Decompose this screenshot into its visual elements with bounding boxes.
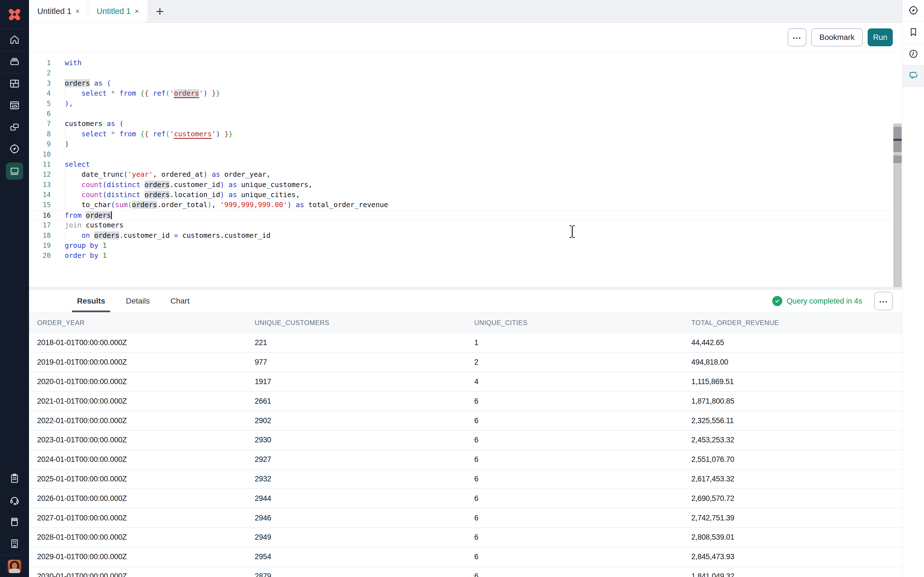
code-line-15[interactable]: 15 to_char(sum(orders.order_total), '999… [29,200,902,210]
table-cell: 2,551,076.70 [691,455,902,464]
bookmark-button[interactable]: Bookmark [811,29,863,46]
sidebar-item-home[interactable] [0,29,29,51]
table-header-row: ORDER_YEARUNIQUE_CUSTOMERSUNIQUE_CITIEST… [29,312,902,334]
table-cell: 1,871,800.85 [691,397,902,406]
code-line-3[interactable]: 3orders as ( [29,78,902,89]
sidebar-item-projects-drawer[interactable] [0,51,29,73]
table-cell: 2030-01-01T00:00:00.000Z [37,572,255,577]
run-button[interactable]: Run [867,29,893,46]
line-number: 9 [29,139,51,149]
sidebar-item-support-headset[interactable] [0,490,29,511]
table-row[interactable]: 2026-01-01T00:00:00.000Z294462,690,570.7… [29,489,902,508]
table-row[interactable]: 2029-01-01T00:00:00.000Z295462,845,473.9… [29,548,902,567]
sql-editor[interactable]: 1with23orders as (4 select * from {{ ref… [29,52,902,287]
tab-untitled-2[interactable]: Untitled 1 × [88,0,147,23]
code-line-4[interactable]: 4 select * from {{ ref('orders') }} [29,89,902,98]
table-cell: 6 [474,397,691,406]
table-cell: 2,845,473.93 [691,553,902,561]
table-cell: 6 [474,416,691,425]
code-line-6[interactable]: 6 [29,109,902,119]
sidebar-item-apps-windows[interactable] [0,117,29,139]
table-cell: 6 [474,494,691,503]
table-row[interactable]: 2020-01-01T00:00:00.000Z191741,115,869.5… [29,372,902,392]
table-cell: 2019-01-01T00:00:00.000Z [37,358,255,367]
results-more-button[interactable]: ... [874,292,893,310]
code-line-12[interactable]: 12 date_trunc('year', ordered_at) as ord… [29,169,902,179]
column-header[interactable]: ORDER_YEAR [37,319,255,327]
close-icon[interactable]: × [135,7,139,16]
tab-results[interactable]: Results [76,290,106,312]
table-row[interactable]: 2024-01-01T00:00:00.000Z292762,551,076.7… [29,450,902,470]
code-content: to_char(sum(orders.order_total), '999,99… [51,200,388,210]
table-cell: 2949 [255,533,474,542]
code-line-16[interactable]: 16from orders [29,210,902,220]
table-cell: 6 [474,553,691,561]
line-number: 1 [29,58,51,68]
code-line-13[interactable]: 13 count(distinct orders.customer_id) as… [29,180,902,190]
user-avatar[interactable] [8,560,21,573]
table-cell: 1917 [255,377,474,386]
line-number: 12 [29,169,51,179]
explore-compass-icon [908,5,919,17]
table-row[interactable]: 2021-01-01T00:00:00.000Z266161,871,800.8… [29,392,902,411]
right-sidebar-item-explore-compass[interactable] [903,0,924,22]
table-row[interactable]: 2025-01-01T00:00:00.000Z293262,617,453.3… [29,470,902,489]
column-header[interactable]: UNIQUE_CUSTOMERS [255,319,474,327]
table-cell: 2954 [255,553,474,561]
code-line-11[interactable]: 11select [29,160,902,169]
apps-windows-icon [9,121,20,134]
sidebar-item-notebook-active[interactable] [0,160,29,182]
code-line-14[interactable]: 14 count(distinct orders.location_id) as… [29,190,902,200]
code-line-2[interactable]: 2 [29,68,902,78]
table-cell: 2026-01-01T00:00:00.000Z [37,494,255,503]
code-line-5[interactable]: 5), [29,99,902,109]
sidebar-item-org-building[interactable] [0,533,29,555]
panel-resize-divider[interactable] [29,287,902,290]
sidebar-item-code-window[interactable] [0,95,29,117]
table-row[interactable]: 2028-01-01T00:00:00.000Z294962,808,539.0… [29,528,902,548]
table-cell: 4 [474,377,691,386]
code-line-7[interactable]: 7customers as ( [29,119,902,129]
table-cell: 1 [474,338,691,347]
query-status-text: Query completed in 4s [787,297,862,306]
sidebar-item-clipboard[interactable] [0,468,29,490]
table-row[interactable]: 2022-01-01T00:00:00.000Z290262,325,556.1… [29,411,902,431]
right-sidebar-item-bookmark[interactable] [903,22,924,44]
tab-chart[interactable]: Chart [170,290,191,312]
table-row[interactable]: 2018-01-01T00:00:00.000Z221144,442.65 [29,334,902,353]
more-options-button[interactable]: ... [788,29,806,46]
right-sidebar-item-ai-chat-sparkle[interactable] [903,65,924,87]
code-line-9[interactable]: 9) [29,139,902,149]
sidebar-item-dashboard-grid[interactable] [0,73,29,95]
table-row[interactable]: 2019-01-01T00:00:00.000Z9772494,818.00 [29,353,902,372]
mouse-ibeam-cursor [569,225,576,239]
clipboard-icon [9,473,20,485]
table-row[interactable]: 2023-01-01T00:00:00.000Z293062,453,253.3… [29,431,902,450]
column-header[interactable]: TOTAL_ORDER_REVENUE [691,319,902,327]
tab-untitled-1[interactable]: Untitled 1 × [29,0,88,23]
line-number: 6 [29,109,51,119]
table-cell: 6 [474,533,691,542]
close-icon[interactable]: × [75,7,79,16]
code-line-10[interactable]: 10 [29,150,902,160]
line-number: 3 [29,78,51,89]
tab-details[interactable]: Details [125,290,151,312]
code-line-8[interactable]: 8 select * from {{ ref('customers') }} [29,129,902,139]
line-number: 20 [29,251,51,261]
editor-scrollbar[interactable] [893,124,902,287]
table-row[interactable]: 2030-01-01T00:00:00.000Z287961,841,049.3… [29,567,902,577]
hex-logo[interactable] [0,0,29,29]
sidebar-item-docs-book[interactable] [0,511,29,533]
new-tab-button[interactable]: + [147,0,173,23]
column-header[interactable]: UNIQUE_CITIES [474,319,691,327]
tab-strip: Untitled 1 × Untitled 1 × [29,0,147,23]
right-sidebar-item-history-clock[interactable] [903,44,924,65]
code-line-1[interactable]: 1with [29,58,902,68]
table-row[interactable]: 2027-01-01T00:00:00.000Z294662,742,751.3… [29,508,902,528]
code-line-17[interactable]: 17join customers [29,220,902,230]
check-circle-icon [772,296,782,306]
code-line-19[interactable]: 19group by 1 [29,240,902,251]
code-line-20[interactable]: 20order by 1 [29,251,902,261]
sidebar-item-explore-compass[interactable] [0,139,29,160]
code-line-18[interactable]: 18 on orders.customer_id = customers.cus… [29,230,902,240]
